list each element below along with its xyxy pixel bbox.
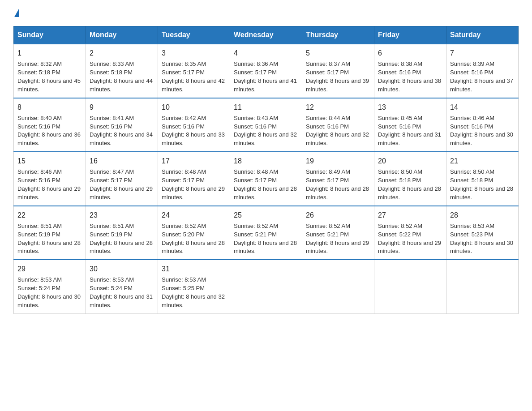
day-daylight: Daylight: 8 hours and 32 minutes. xyxy=(234,131,297,146)
calendar-day-cell: 5Sunrise: 8:37 AMSunset: 5:17 PMDaylight… xyxy=(302,44,374,98)
day-daylight: Daylight: 8 hours and 30 minutes. xyxy=(450,131,513,146)
calendar-day-cell: 4Sunrise: 8:36 AMSunset: 5:17 PMDaylight… xyxy=(230,44,302,98)
calendar-day-cell: 26Sunrise: 8:52 AMSunset: 5:21 PMDayligh… xyxy=(302,206,374,260)
day-sunrise: Sunrise: 8:46 AM xyxy=(17,168,62,175)
calendar-day-cell: 20Sunrise: 8:50 AMSunset: 5:18 PMDayligh… xyxy=(374,152,446,206)
logo xyxy=(13,9,19,17)
day-sunrise: Sunrise: 8:46 AM xyxy=(450,115,494,121)
calendar-day-cell: 19Sunrise: 8:49 AMSunset: 5:17 PMDayligh… xyxy=(302,152,374,206)
day-sunset: Sunset: 5:16 PM xyxy=(378,123,421,130)
day-number: 14 xyxy=(450,102,515,112)
day-number: 18 xyxy=(234,156,298,166)
day-daylight: Daylight: 8 hours and 28 minutes. xyxy=(17,240,81,255)
day-number: 22 xyxy=(17,210,82,220)
header-tuesday: Tuesday xyxy=(158,26,230,44)
day-daylight: Daylight: 8 hours and 39 minutes. xyxy=(306,77,369,93)
calendar-week-row: 29Sunrise: 8:53 AMSunset: 5:24 PMDayligh… xyxy=(14,260,519,313)
day-sunset: Sunset: 5:24 PM xyxy=(90,285,133,291)
calendar-day-cell: 23Sunrise: 8:51 AMSunset: 5:19 PMDayligh… xyxy=(86,206,158,260)
day-sunset: Sunset: 5:16 PM xyxy=(450,69,493,76)
day-sunrise: Sunrise: 8:36 AM xyxy=(234,60,278,67)
day-number: 1 xyxy=(17,48,82,58)
day-sunset: Sunset: 5:18 PM xyxy=(378,177,421,184)
calendar-day-cell xyxy=(230,260,302,313)
day-daylight: Daylight: 8 hours and 31 minutes. xyxy=(90,293,153,308)
day-number: 12 xyxy=(306,102,370,112)
day-sunset: Sunset: 5:17 PM xyxy=(234,69,277,76)
calendar-day-cell xyxy=(302,260,374,313)
day-number: 27 xyxy=(378,210,442,220)
day-sunset: Sunset: 5:19 PM xyxy=(17,231,60,238)
header-sunday: Sunday xyxy=(14,26,86,44)
day-number: 26 xyxy=(306,210,370,220)
day-sunset: Sunset: 5:16 PM xyxy=(234,123,277,130)
day-daylight: Daylight: 8 hours and 31 minutes. xyxy=(378,131,441,146)
header-monday: Monday xyxy=(86,26,158,44)
calendar-week-row: 8Sunrise: 8:40 AMSunset: 5:16 PMDaylight… xyxy=(14,98,519,152)
day-number: 24 xyxy=(162,210,226,220)
day-sunrise: Sunrise: 8:53 AM xyxy=(90,276,134,283)
day-number: 5 xyxy=(306,48,370,58)
calendar-day-cell: 8Sunrise: 8:40 AMSunset: 5:16 PMDaylight… xyxy=(14,98,86,152)
day-sunrise: Sunrise: 8:50 AM xyxy=(378,168,422,175)
calendar-day-cell: 21Sunrise: 8:50 AMSunset: 5:18 PMDayligh… xyxy=(446,152,519,206)
day-daylight: Daylight: 8 hours and 28 minutes. xyxy=(306,185,369,201)
day-sunset: Sunset: 5:18 PM xyxy=(17,69,60,76)
calendar-day-cell: 27Sunrise: 8:52 AMSunset: 5:22 PMDayligh… xyxy=(374,206,446,260)
day-number: 16 xyxy=(90,156,154,166)
calendar-day-cell: 28Sunrise: 8:53 AMSunset: 5:23 PMDayligh… xyxy=(446,206,519,260)
day-daylight: Daylight: 8 hours and 42 minutes. xyxy=(162,77,225,93)
day-sunset: Sunset: 5:25 PM xyxy=(162,285,205,291)
day-number: 2 xyxy=(90,48,154,58)
day-sunrise: Sunrise: 8:53 AM xyxy=(162,276,206,283)
day-sunset: Sunset: 5:17 PM xyxy=(162,69,205,76)
day-number: 19 xyxy=(306,156,370,166)
day-sunset: Sunset: 5:18 PM xyxy=(450,177,493,184)
day-sunrise: Sunrise: 8:52 AM xyxy=(162,223,206,229)
day-sunset: Sunset: 5:17 PM xyxy=(306,69,349,76)
calendar-day-cell: 22Sunrise: 8:51 AMSunset: 5:19 PMDayligh… xyxy=(14,206,86,260)
calendar-day-cell xyxy=(446,260,519,313)
day-sunrise: Sunrise: 8:53 AM xyxy=(450,223,494,229)
day-number: 11 xyxy=(234,102,298,112)
day-number: 10 xyxy=(162,102,226,112)
calendar-day-cell: 1Sunrise: 8:32 AMSunset: 5:18 PMDaylight… xyxy=(14,44,86,98)
day-daylight: Daylight: 8 hours and 38 minutes. xyxy=(378,77,441,93)
day-sunset: Sunset: 5:16 PM xyxy=(90,123,133,130)
day-sunrise: Sunrise: 8:45 AM xyxy=(378,115,422,121)
day-daylight: Daylight: 8 hours and 32 minutes. xyxy=(306,131,369,146)
calendar-day-cell xyxy=(374,260,446,313)
calendar-day-cell: 18Sunrise: 8:48 AMSunset: 5:17 PMDayligh… xyxy=(230,152,302,206)
header-saturday: Saturday xyxy=(446,26,519,44)
day-sunrise: Sunrise: 8:44 AM xyxy=(306,115,350,121)
day-number: 20 xyxy=(378,156,442,166)
calendar-day-cell: 15Sunrise: 8:46 AMSunset: 5:16 PMDayligh… xyxy=(14,152,86,206)
calendar-day-cell: 3Sunrise: 8:35 AMSunset: 5:17 PMDaylight… xyxy=(158,44,230,98)
day-sunset: Sunset: 5:18 PM xyxy=(90,69,133,76)
day-sunrise: Sunrise: 8:37 AM xyxy=(306,60,350,67)
day-sunrise: Sunrise: 8:52 AM xyxy=(306,223,350,229)
day-sunset: Sunset: 5:17 PM xyxy=(306,177,349,184)
day-sunrise: Sunrise: 8:35 AM xyxy=(162,60,206,67)
day-daylight: Daylight: 8 hours and 28 minutes. xyxy=(234,185,297,201)
day-daylight: Daylight: 8 hours and 29 minutes. xyxy=(17,185,81,201)
day-sunrise: Sunrise: 8:43 AM xyxy=(234,115,278,121)
day-sunrise: Sunrise: 8:50 AM xyxy=(450,168,494,175)
day-daylight: Daylight: 8 hours and 30 minutes. xyxy=(450,240,513,255)
day-daylight: Daylight: 8 hours and 29 minutes. xyxy=(90,185,153,201)
calendar-day-cell: 6Sunrise: 8:38 AMSunset: 5:16 PMDaylight… xyxy=(374,44,446,98)
page-header xyxy=(13,9,519,17)
header-thursday: Thursday xyxy=(302,26,374,44)
day-number: 21 xyxy=(450,156,515,166)
calendar-day-cell: 17Sunrise: 8:48 AMSunset: 5:17 PMDayligh… xyxy=(158,152,230,206)
calendar-day-cell: 9Sunrise: 8:41 AMSunset: 5:16 PMDaylight… xyxy=(86,98,158,152)
day-sunset: Sunset: 5:16 PM xyxy=(378,69,421,76)
day-daylight: Daylight: 8 hours and 45 minutes. xyxy=(17,77,81,93)
calendar-day-cell: 10Sunrise: 8:42 AMSunset: 5:16 PMDayligh… xyxy=(158,98,230,152)
day-daylight: Daylight: 8 hours and 28 minutes. xyxy=(162,240,225,255)
day-sunrise: Sunrise: 8:48 AM xyxy=(162,168,206,175)
day-daylight: Daylight: 8 hours and 30 minutes. xyxy=(17,293,81,308)
day-daylight: Daylight: 8 hours and 41 minutes. xyxy=(234,77,297,93)
day-sunrise: Sunrise: 8:52 AM xyxy=(234,223,278,229)
calendar-day-cell: 29Sunrise: 8:53 AMSunset: 5:24 PMDayligh… xyxy=(14,260,86,313)
